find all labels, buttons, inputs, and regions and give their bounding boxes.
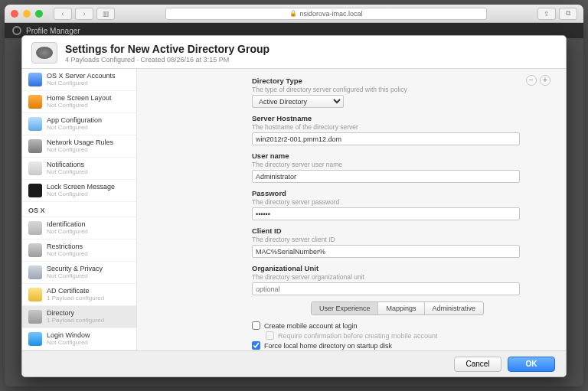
payload-sidebar[interactable]: OS X Server AccountsNot Configured Home …	[22, 69, 137, 350]
close-icon[interactable]	[11, 10, 18, 18]
sheet-subtitle: 4 Payloads Configured · Created 08/26/16…	[65, 56, 270, 64]
require-confirmation-checkbox: Require confirmation before creating mob…	[266, 331, 543, 340]
app-icon	[28, 117, 42, 131]
sidebar-item-login-window[interactable]: Login WindowNot Configured	[22, 328, 136, 350]
tab-mappings[interactable]: Mappings	[378, 302, 424, 314]
globe-icon	[28, 73, 42, 86]
orgunit-hint: The directory server organizational unit	[252, 273, 520, 281]
orgunit-label: Organizational Unit	[252, 264, 520, 272]
browser-window: ‹ › ▥ 🔒 nsidorova-imac.local ⇪ ⧉ Profile…	[5, 5, 583, 386]
username-input[interactable]	[252, 170, 520, 183]
sidebar-item-app-configuration[interactable]: App ConfigurationNot Configured	[22, 113, 136, 135]
directory-type-label: Directory Type	[252, 77, 520, 85]
clientid-hint: The directory server client ID	[252, 236, 520, 243]
hostname-input[interactable]	[252, 132, 520, 145]
lock-icon: 🔒	[289, 10, 297, 17]
sheet-footer: Cancel OK	[22, 350, 566, 376]
username-hint: The directory server user name	[252, 161, 520, 168]
sheet-title: Settings for New Active Directory Group	[65, 43, 270, 55]
bell-icon	[28, 161, 42, 175]
add-payload-button[interactable]: +	[540, 75, 550, 86]
sidebar-item-security-privacy[interactable]: Security & PrivacyNot Configured	[22, 262, 136, 284]
tabs-button[interactable]: ⧉	[559, 8, 577, 20]
shield-icon	[28, 266, 42, 279]
tab-administrative[interactable]: Administrative	[425, 302, 484, 314]
back-button[interactable]: ‹	[54, 8, 72, 20]
password-input[interactable]	[252, 207, 520, 220]
id-icon	[28, 221, 42, 235]
ok-button[interactable]: OK	[508, 357, 555, 372]
minimize-icon[interactable]	[23, 10, 31, 18]
password-label: Password	[252, 189, 520, 197]
zoom-icon[interactable]	[35, 10, 43, 18]
address-bar[interactable]: 🔒 nsidorova-imac.local	[165, 8, 487, 20]
sidebar-item-notifications[interactable]: NotificationsNot Configured	[22, 158, 136, 180]
sidebar-item-osx-server-accounts[interactable]: OS X Server AccountsNot Configured	[22, 69, 136, 91]
settings-sheet: Settings for New Active Directory Group …	[21, 35, 567, 377]
certificate-icon	[28, 288, 42, 301]
hostname-hint: The hostname of the directory server	[252, 123, 520, 131]
phone-icon	[28, 184, 42, 197]
share-button[interactable]: ⇪	[537, 8, 556, 20]
titlebar: ‹ › ▥ 🔒 nsidorova-imac.local ⇪ ⧉	[5, 5, 583, 23]
sidebar-item-lock-screen[interactable]: Lock Screen MessageNot Configured	[22, 180, 136, 202]
force-local-home-checkbox[interactable]: Force local home directory on startup di…	[252, 341, 543, 350]
username-label: User name	[252, 152, 520, 160]
forward-button[interactable]: ›	[75, 8, 93, 20]
sheet-header: Settings for New Active Directory Group …	[22, 36, 566, 69]
sidebar-section-osx: OS X	[22, 202, 136, 217]
password-hint: The directory server password	[252, 198, 520, 206]
sidebar-item-identification[interactable]: IdentificationNot Configured	[22, 217, 136, 239]
grid-icon	[28, 95, 42, 109]
login-icon	[28, 332, 42, 346]
app-strip-title: Profile Manager	[26, 27, 80, 35]
form-area: − + Directory Type The type of directory…	[137, 69, 566, 350]
orgunit-input[interactable]	[252, 282, 520, 295]
app-strip-icon	[12, 26, 21, 35]
directory-icon	[28, 310, 42, 324]
directory-type-select[interactable]: Active Directory	[252, 95, 344, 108]
url-text: nsidorova-imac.local	[299, 10, 362, 18]
subtab-segmented: User Experience Mappings Administrative	[311, 301, 484, 315]
sidebar-item-directory[interactable]: Directory1 Payload configured	[22, 306, 136, 328]
sidebar-button[interactable]: ▥	[96, 8, 115, 20]
create-mobile-checkbox[interactable]: Create mobile account at login	[252, 321, 543, 330]
remove-payload-button[interactable]: −	[526, 75, 537, 86]
sidebar-item-network-usage[interactable]: Network Usage RulesNot Configured	[22, 135, 136, 158]
tab-user-experience[interactable]: User Experience	[312, 302, 379, 314]
network-icon	[28, 139, 42, 153]
window-controls	[11, 10, 43, 18]
clientid-label: Client ID	[252, 226, 520, 235]
clientid-input[interactable]	[252, 245, 520, 258]
sidebar-item-ad-certificate[interactable]: AD Certificate1 Payload configured	[22, 284, 136, 306]
sidebar-item-home-screen-layout[interactable]: Home Screen LayoutNot Configured	[22, 91, 136, 113]
cancel-button[interactable]: Cancel	[454, 357, 501, 372]
restrict-icon	[28, 243, 42, 257]
hostname-label: Server Hostname	[252, 114, 520, 122]
directory-type-hint: The type of directory server configured …	[252, 86, 520, 93]
profile-icon	[31, 42, 57, 64]
sidebar-item-restrictions[interactable]: RestrictionsNot Configured	[22, 239, 136, 262]
